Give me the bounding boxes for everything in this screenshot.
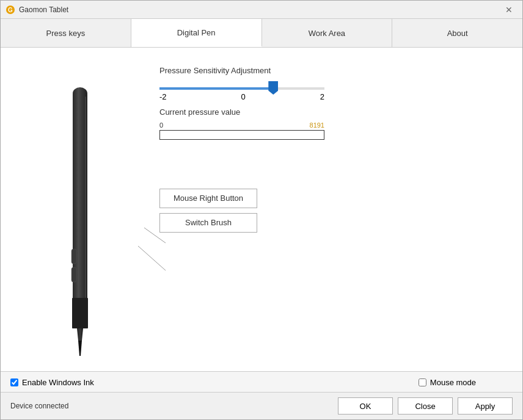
pen-button-1[interactable]: Mouse Right Button xyxy=(159,189,257,208)
svg-rect-8 xyxy=(71,249,76,264)
pen-section xyxy=(1,48,159,371)
mouse-mode-checkbox[interactable] xyxy=(419,378,426,386)
slider-max: 2 xyxy=(320,92,324,101)
enable-ink-label[interactable]: Enable Windows Ink xyxy=(10,378,94,387)
pressure-min: 0 xyxy=(159,121,163,129)
main-area: Pressure Sensitivity Adjustment -2 0 2 xyxy=(1,48,522,371)
window-title: Gaomon Tablet xyxy=(19,5,68,14)
slider-track[interactable] xyxy=(159,87,324,90)
enable-ink-text: Enable Windows Ink xyxy=(22,378,94,387)
pen-container xyxy=(62,60,98,359)
pressure-bar-outer xyxy=(159,130,324,140)
current-pressure-label: Current pressure value xyxy=(159,107,498,117)
svg-rect-9 xyxy=(71,267,76,282)
slider-range: -2 0 2 xyxy=(159,92,324,101)
main-window: G Gaomon Tablet ✕ Press keys Digital Pen… xyxy=(0,0,523,420)
action-buttons: OK Close Apply xyxy=(338,397,513,415)
mouse-mode-label[interactable]: Mouse mode xyxy=(419,378,476,387)
tab-digital-pen[interactable]: Digital Pen xyxy=(131,19,262,47)
tab-work-area[interactable]: Work Area xyxy=(262,19,393,47)
current-pressure-section: Current pressure value 0 8191 xyxy=(159,107,498,140)
svg-marker-6 xyxy=(78,341,82,356)
content-area: Pressure Sensitivity Adjustment -2 0 2 xyxy=(1,48,522,392)
title-bar-left: G Gaomon Tablet xyxy=(5,5,68,15)
status-text: Device connected xyxy=(10,402,68,410)
close-button[interactable]: Close xyxy=(398,397,453,415)
ok-button[interactable]: OK xyxy=(338,397,393,415)
title-bar: G Gaomon Tablet ✕ xyxy=(1,1,522,19)
slider-min: -2 xyxy=(159,92,167,101)
close-window-button[interactable]: ✕ xyxy=(500,4,518,16)
bottom-checkboxes-bar: Enable Windows Ink Mouse mode xyxy=(1,371,522,392)
slider-fill xyxy=(159,87,273,90)
apply-button[interactable]: Apply xyxy=(458,397,513,415)
enable-ink-checkbox[interactable] xyxy=(10,378,18,386)
svg-rect-10 xyxy=(85,96,86,298)
pen-button-2[interactable]: Switch Brush xyxy=(159,213,257,233)
slider-container[interactable] xyxy=(159,87,498,90)
pressure-sensitivity-label: Pressure Sensitivity Adjustment xyxy=(159,66,498,75)
status-bar: Device connected OK Close Apply xyxy=(1,392,522,419)
tab-about[interactable]: About xyxy=(392,19,522,47)
mouse-mode-text: Mouse mode xyxy=(430,378,476,387)
tab-bar: Press keys Digital Pen Work Area About xyxy=(1,19,522,48)
right-section: Pressure Sensitivity Adjustment -2 0 2 xyxy=(159,48,522,371)
pressure-max: 8191 xyxy=(310,121,324,129)
tab-press-keys[interactable]: Press keys xyxy=(1,19,131,47)
pressure-range: 0 8191 xyxy=(159,121,324,129)
pen-svg xyxy=(62,60,98,359)
svg-rect-7 xyxy=(72,298,88,328)
pressure-sensitivity-section: Pressure Sensitivity Adjustment -2 0 2 xyxy=(159,66,498,101)
app-icon: G xyxy=(5,5,15,15)
pen-buttons-section: Mouse Right Button Switch Brush xyxy=(159,189,498,233)
svg-text:G: G xyxy=(8,7,13,13)
slider-mid: 0 xyxy=(241,92,246,101)
